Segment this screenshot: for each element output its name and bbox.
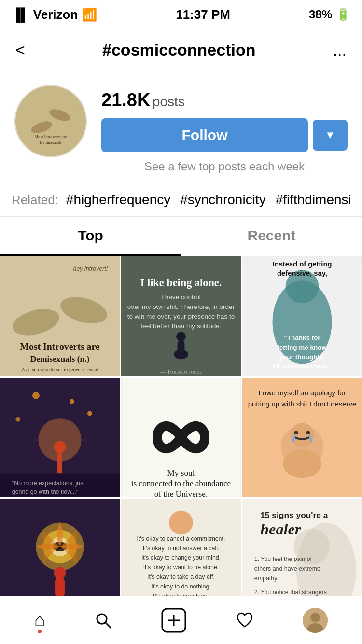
svg-line-87	[106, 623, 111, 628]
svg-text:Most Introverts are: Most Introverts are	[20, 341, 100, 351]
svg-text:of the Universe.: of the Universe.	[154, 490, 208, 497]
heart-icon	[236, 611, 254, 630]
grid-item-6[interactable]: I owe myself an apology for putting up w…	[242, 378, 362, 497]
nav-profile[interactable]	[293, 604, 337, 637]
svg-point-53	[306, 431, 310, 434]
nav-home[interactable]: ⌂	[25, 606, 55, 634]
status-left: ▐▌ Verizon 📶	[12, 7, 97, 22]
search-icon	[94, 611, 112, 630]
svg-text:Instead of getting: Instead of getting	[273, 260, 332, 268]
svg-text:2. You notice that strangers: 2. You notice that strangers	[254, 589, 327, 596]
avatar: Most Introverts are Demisexuals	[14, 85, 87, 157]
posts-label: posts	[153, 94, 185, 109]
svg-text:"Thanks for: "Thanks for	[284, 334, 320, 341]
tab-recent[interactable]: Recent	[181, 217, 362, 256]
svg-text:feel better than my solitude.: feel better than my solitude.	[140, 322, 221, 330]
related-tag-1[interactable]: #higherfrequency	[66, 192, 170, 208]
status-bar: ▐▌ Verizon 📶 11:37 PM 38% 🔋	[0, 0, 362, 29]
svg-text:"No more expectations, just: "No more expectations, just	[12, 480, 85, 487]
svg-text:A person who doesn't experienc: A person who doesn't experience sexual	[22, 367, 98, 372]
grid-item-2[interactable]: I like being alone. I have control over …	[121, 256, 241, 376]
svg-text:to win me over, your presence : to win me over, your presence has to	[127, 313, 235, 320]
back-button[interactable]: <	[12, 37, 29, 63]
nav-add[interactable]	[152, 604, 196, 637]
tabs-row: Top Recent	[0, 217, 362, 256]
svg-text:hey introvert!: hey introvert!	[73, 266, 108, 272]
svg-text:It's okay to take a day off.: It's okay to take a day off.	[147, 574, 215, 580]
svg-text:I have control: I have control	[161, 294, 201, 301]
home-dot	[38, 630, 42, 633]
nav-heart[interactable]	[226, 607, 264, 633]
svg-point-39	[54, 441, 66, 453]
battery-percent: 38%	[309, 8, 332, 21]
svg-text:others and have extreme: others and have extreme	[254, 565, 320, 572]
svg-text:It's okay to not answer a call: It's okay to not answer a call.	[143, 545, 220, 552]
top-posts-hint: See a few top posts each week	[101, 160, 348, 173]
svg-point-21	[176, 332, 186, 341]
grid-item-3[interactable]: Instead of getting defensive, say, "Than…	[242, 256, 362, 376]
photo-grid: hey introvert! Most Introverts are Demis…	[0, 256, 362, 618]
svg-text:defensive, say,: defensive, say,	[277, 269, 327, 277]
profile-info: 21.8K posts Follow ▼ See a few top posts…	[101, 85, 348, 173]
posts-count-row: 21.8K posts	[101, 90, 348, 111]
svg-text:It's okay to change your mind.: It's okay to change your mind.	[141, 554, 221, 561]
svg-text:— Horacio Jones: — Horacio Jones	[160, 368, 202, 375]
related-tag-3[interactable]: #fifthdimension	[276, 192, 350, 208]
signal-icon: ▐▌	[12, 7, 29, 22]
svg-text:My soul: My soul	[167, 468, 195, 477]
status-time: 11:37 PM	[176, 7, 230, 22]
svg-text:Most Introverts are: Most Introverts are	[34, 134, 67, 139]
profile-avatar	[303, 608, 328, 633]
svg-text:Demisexuals (n.): Demisexuals (n.)	[30, 354, 90, 364]
svg-text:gonna go with the flow...": gonna go with the flow..."	[12, 489, 78, 495]
svg-point-86	[97, 614, 107, 624]
svg-point-62	[54, 567, 66, 579]
related-tags: #higherfrequency #synchronicity #fifthdi…	[66, 192, 350, 208]
svg-text:15 signs you're a: 15 signs you're a	[260, 510, 328, 520]
related-label: Related:	[12, 193, 58, 208]
svg-rect-61	[55, 576, 65, 598]
home-icon: ⌂	[34, 610, 45, 630]
follow-dropdown-button[interactable]: ▼	[313, 120, 348, 151]
tab-top[interactable]: Top	[0, 217, 181, 256]
related-section: Related: #higherfrequency #synchronicity…	[0, 183, 362, 217]
svg-text:putting up with shit I don't d: putting up with shit I don't deserve	[248, 400, 356, 408]
nav-bar: < #cosmicconnection ...	[0, 29, 362, 71]
follow-button[interactable]: Follow	[101, 118, 308, 152]
svg-text:I owe myself an apology for: I owe myself an apology for	[258, 389, 346, 397]
add-icon	[161, 608, 186, 633]
svg-point-33	[32, 392, 40, 399]
svg-point-92	[310, 613, 320, 622]
battery-icon: 🔋	[336, 8, 350, 21]
page-title: #cosmicconnection	[102, 41, 255, 59]
grid-item-5[interactable]: My soul is connected to the abundance of…	[121, 378, 241, 497]
nav-search[interactable]	[84, 607, 122, 633]
svg-text:healer: healer	[260, 520, 301, 538]
bottom-nav: ⌂	[0, 596, 362, 644]
svg-text:It's okay to do nothing.: It's okay to do nothing.	[151, 583, 211, 590]
svg-text:1. You feel the pain of: 1. You feel the pain of	[254, 556, 312, 562]
svg-text:empathy.: empathy.	[254, 575, 278, 582]
svg-point-54	[283, 449, 321, 478]
more-button[interactable]: ...	[329, 37, 350, 63]
svg-text:Demisexuals: Demisexuals	[40, 140, 62, 145]
svg-text:is connected to the abundance: is connected to the abundance	[131, 479, 231, 488]
svg-text:your thoughts.: your thoughts.	[279, 353, 325, 361]
svg-text:It's okay to want to be alone.: It's okay to want to be alone.	[143, 564, 219, 571]
wifi-icon: 📶	[82, 7, 97, 22]
status-right: 38% 🔋	[309, 8, 350, 21]
svg-text:letting me know: letting me know	[278, 344, 327, 351]
svg-text:over my own shit. Therefore, i: over my own shit. Therefore, in order	[127, 303, 235, 310]
svg-point-64	[169, 511, 193, 535]
svg-text:It's okay to cancel a commitme: It's okay to cancel a commitment.	[137, 535, 225, 542]
profile-section: Most Introverts are Demisexuals 21.8K po…	[0, 71, 362, 183]
svg-text:I like being alone.: I like being alone.	[140, 277, 222, 289]
grid-item-4[interactable]: "No more expectations, just gonna go wit…	[0, 378, 120, 497]
carrier-name: Verizon	[33, 7, 78, 22]
svg-text:I'll consider them.": I'll consider them."	[273, 363, 332, 370]
grid-item-1[interactable]: hey introvert! Most Introverts are Demis…	[0, 256, 120, 376]
related-tag-2[interactable]: #synchronicity	[180, 192, 265, 208]
svg-point-35	[87, 411, 92, 416]
follow-row: Follow ▼	[101, 118, 348, 152]
svg-point-36	[15, 417, 20, 422]
